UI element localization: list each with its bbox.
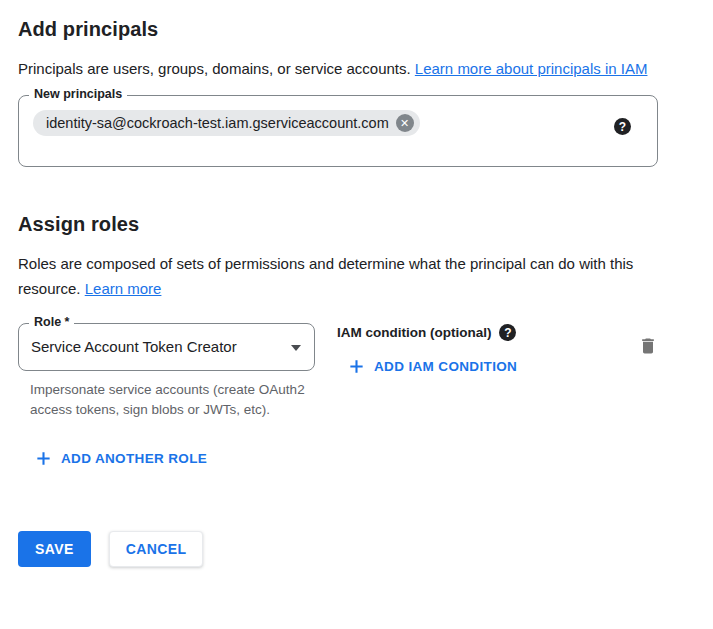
iam-condition-label-row: IAM condition (optional) ?	[337, 324, 517, 341]
principal-chip-text: identity-sa@cockroach-test.iam.gservicea…	[46, 115, 389, 131]
close-icon[interactable]: ✕	[396, 114, 414, 132]
new-principals-label: New principals	[29, 87, 127, 102]
principal-chip: identity-sa@cockroach-test.iam.gservicea…	[33, 110, 420, 136]
role-binding-row: Role * Service Account Token Creator Imp…	[18, 323, 713, 420]
add-another-role-button[interactable]: ADD ANOTHER ROLE	[35, 450, 207, 467]
roles-description: Roles are composed of sets of permission…	[18, 251, 670, 301]
save-button[interactable]: SAVE	[18, 531, 91, 567]
assign-roles-title: Assign roles	[18, 211, 713, 237]
delete-role-button[interactable]	[636, 334, 660, 361]
iam-condition-column: IAM condition (optional) ? ADD IAM CONDI…	[337, 323, 517, 379]
new-principals-field[interactable]: New principals identity-sa@cockroach-tes…	[18, 95, 658, 167]
iam-condition-label: IAM condition (optional)	[337, 325, 491, 340]
help-icon[interactable]: ?	[499, 324, 516, 341]
page-title: Add principals	[18, 16, 713, 42]
footer-actions: SAVE CANCEL	[18, 531, 713, 567]
help-icon[interactable]: ?	[614, 118, 631, 135]
role-selected-value: Service Account Token Creator	[31, 338, 237, 355]
add-iam-condition-label: ADD IAM CONDITION	[374, 359, 517, 374]
chevron-down-icon	[291, 345, 301, 351]
add-principals-panel: Add principals Principals are users, gro…	[0, 0, 713, 567]
role-select[interactable]: Role * Service Account Token Creator	[18, 323, 315, 371]
add-iam-condition-button[interactable]: ADD IAM CONDITION	[348, 358, 517, 375]
role-label: Role *	[29, 315, 74, 330]
cancel-button[interactable]: CANCEL	[109, 531, 204, 567]
add-another-role-label: ADD ANOTHER ROLE	[61, 451, 207, 466]
principals-description-text: Principals are users, groups, domains, o…	[18, 60, 415, 77]
principals-description: Principals are users, groups, domains, o…	[18, 56, 670, 81]
plus-icon	[348, 358, 365, 375]
learn-more-roles-link[interactable]: Learn more	[85, 280, 162, 297]
trash-icon	[638, 336, 658, 356]
role-column: Role * Service Account Token Creator Imp…	[18, 323, 315, 420]
role-help-text: Impersonate service accounts (create OAu…	[30, 380, 310, 420]
learn-more-principals-link[interactable]: Learn more about principals in IAM	[415, 60, 648, 77]
plus-icon	[35, 450, 52, 467]
